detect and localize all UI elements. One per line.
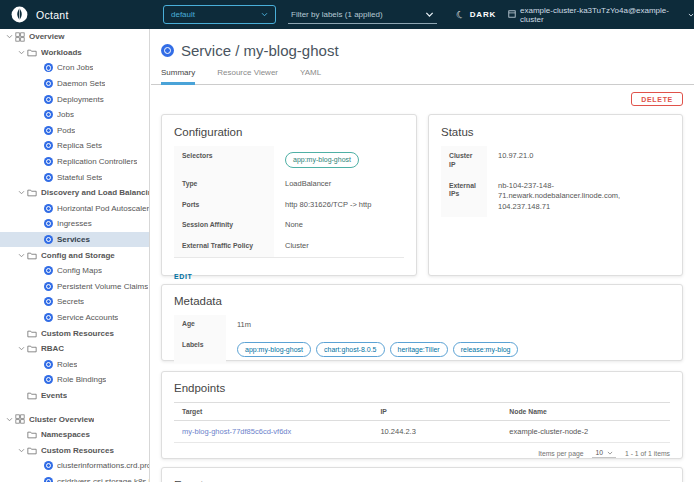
label-tag: app:my-blog-ghost — [237, 342, 311, 358]
folder-icon — [26, 187, 37, 198]
events-card: Events — [161, 467, 683, 482]
configuration-fields: Selectorsapp:my-blog-ghostTypeLoadBalanc… — [174, 146, 404, 257]
sidebar-item-custom-resources[interactable]: Custom Resources — [0, 325, 149, 341]
configuration-title: Configuration — [174, 126, 404, 138]
folder-icon — [26, 47, 37, 58]
octant-logo-icon — [11, 6, 28, 23]
endpoints-title: Endpoints — [174, 382, 670, 394]
sidebar-item-replication-controllers[interactable]: Replication Controllers — [0, 154, 149, 170]
sidebar-item-overview[interactable]: Overview — [0, 29, 149, 45]
folder-icon — [26, 445, 37, 456]
sidebar-item-roles[interactable]: Roles — [0, 356, 149, 372]
field-key: Session Affinity — [174, 215, 274, 236]
caret-down-icon[interactable] — [16, 250, 26, 260]
sidebar-item-pods[interactable]: Pods — [0, 123, 149, 139]
tab-yaml[interactable]: YAML — [300, 68, 321, 85]
field-key: Ports — [174, 195, 274, 216]
field-value: LoadBalancer — [274, 174, 404, 195]
field-external-ips: External IPsnb-104-237-148-71.newark.nod… — [441, 176, 670, 218]
sidebar-item-config-maps[interactable]: Config Maps — [0, 263, 149, 279]
caret-down-icon[interactable] — [16, 445, 26, 455]
edit-link[interactable]: EDIT — [174, 273, 192, 280]
caret-down-icon — [607, 450, 613, 456]
page-size-select[interactable]: 10 — [592, 449, 616, 458]
namespace-select[interactable]: default — [163, 5, 276, 24]
label-filter-input[interactable]: Filter by labels (1 applied) — [288, 5, 437, 24]
sidebar-item-label: Config Maps — [57, 266, 102, 275]
delete-button[interactable]: DELETE — [631, 92, 683, 106]
sidebar-item-ingresses[interactable]: Ingresses — [0, 216, 149, 232]
sidebar-item-role-bindings[interactable]: Role Bindings — [0, 372, 149, 388]
app-title: Octant — [36, 9, 69, 21]
resource-icon — [44, 375, 53, 384]
field-key: Cluster IP — [441, 146, 487, 176]
chevron-down-icon — [425, 10, 434, 19]
metadata-title: Metadata — [174, 295, 670, 307]
sidebar-item-label: Role Bindings — [57, 375, 106, 384]
label-tag: app:my-blog-ghost — [285, 152, 359, 168]
folder-icon — [26, 343, 37, 354]
sidebar-item-discovery-and-load-balancing[interactable]: Discovery and Load Balancing — [0, 185, 149, 201]
sidebar-item-label: clusterinformations.crd.projec — [57, 461, 149, 470]
resource-icon — [44, 266, 53, 275]
caret-down-icon[interactable] — [16, 344, 26, 354]
tabs: SummaryResource ViewerYAML — [151, 59, 694, 85]
field-value: app:my-blog-ghostchart:ghost-8.0.5herita… — [226, 336, 670, 364]
sidebar-item-events[interactable]: Events — [0, 388, 149, 404]
caret-down-icon — [261, 11, 268, 18]
tab-resource-viewer[interactable]: Resource Viewer — [217, 68, 278, 85]
sidebar-item-label: Daemon Sets — [57, 79, 105, 88]
sidebar-item-cluster-overview[interactable]: Cluster Overview — [0, 411, 149, 427]
cluster-context-menu[interactable]: example-cluster-ka3TuTzYo4a@example-clus… — [508, 0, 694, 29]
sidebar-item-stateful-sets[interactable]: Stateful Sets — [0, 169, 149, 185]
resource-icon — [44, 461, 53, 470]
status-card: Status Cluster IP10.97.21.0External IPsn… — [428, 114, 683, 276]
field-value: 11m — [226, 315, 670, 336]
sidebar-item-daemon-sets[interactable]: Daemon Sets — [0, 76, 149, 92]
sidebar-item-label: Namespaces — [41, 430, 90, 439]
toolbar: DELETE — [151, 85, 694, 106]
sidebar-item-label: Events — [41, 391, 67, 400]
caret-down-icon[interactable] — [4, 32, 14, 42]
sidebar-item-label: csidrivers.csi.storage.k8s.io — [57, 477, 149, 482]
field-age: Age11m — [174, 315, 670, 336]
caret-down-icon[interactable] — [16, 47, 26, 57]
label-filter-text: Filter by labels (1 applied) — [291, 10, 383, 19]
field-type: TypeLoadBalancer — [174, 174, 404, 195]
overview-icon — [14, 414, 25, 425]
sidebar-item-services[interactable]: Services — [0, 232, 149, 248]
sidebar-item-workloads[interactable]: Workloads — [0, 45, 149, 61]
sidebar-item-label: Jobs — [57, 110, 74, 119]
sidebar-item-label: RBAC — [41, 344, 64, 353]
sidebar-item-clusterinformations-crd-projec[interactable]: clusterinformations.crd.projec — [0, 458, 149, 474]
theme-toggle[interactable]: ☾ DARK — [456, 0, 496, 29]
sidebar-item-horizontal-pod-autoscalers[interactable]: Horizontal Pod Autoscalers — [0, 201, 149, 217]
field-value: http 80:31626/TCP -> http — [274, 195, 404, 216]
field-ports: Portshttp 80:31626/TCP -> http — [174, 195, 404, 216]
sidebar-item-replica-sets[interactable]: Replica Sets — [0, 138, 149, 154]
sidebar-item-label: Persistent Volume Claims — [57, 282, 148, 291]
sidebar-item-csidrivers-csi-storage-k8s-io[interactable]: csidrivers.csi.storage.k8s.io — [0, 474, 149, 482]
resource-icon — [44, 157, 53, 166]
caret-spacer — [16, 390, 26, 400]
field-key: External Traffic Policy — [174, 236, 274, 257]
sidebar-item-label: Cluster Overview — [29, 415, 94, 424]
sidebar-item-persistent-volume-claims[interactable]: Persistent Volume Claims — [0, 279, 149, 295]
endpoint-target-link[interactable]: my-blog-ghost-77df85c6cd-vf6dx — [174, 421, 372, 443]
label-tag: chart:ghost-8.0.5 — [316, 342, 385, 358]
field-value: nb-104-237-148-71.newark.nodebalancer.li… — [487, 176, 670, 218]
sidebar-item-service-accounts[interactable]: Service Accounts — [0, 310, 149, 326]
sidebar-item-config-and-storage[interactable]: Config and Storage — [0, 247, 149, 263]
caret-down-icon[interactable] — [16, 188, 26, 198]
overview-icon — [14, 31, 25, 42]
sidebar-item-jobs[interactable]: Jobs — [0, 107, 149, 123]
sidebar-item-secrets[interactable]: Secrets — [0, 294, 149, 310]
sidebar-item-label: Workloads — [41, 48, 82, 57]
tab-summary[interactable]: Summary — [161, 68, 195, 85]
sidebar-item-rbac[interactable]: RBAC — [0, 341, 149, 357]
sidebar-item-namespaces[interactable]: Namespaces — [0, 427, 149, 443]
caret-down-icon[interactable] — [4, 414, 14, 424]
sidebar-item-custom-resources[interactable]: Custom Resources — [0, 442, 149, 458]
sidebar-item-cron-jobs[interactable]: Cron Jobs — [0, 60, 149, 76]
sidebar-item-deployments[interactable]: Deployments — [0, 91, 149, 107]
